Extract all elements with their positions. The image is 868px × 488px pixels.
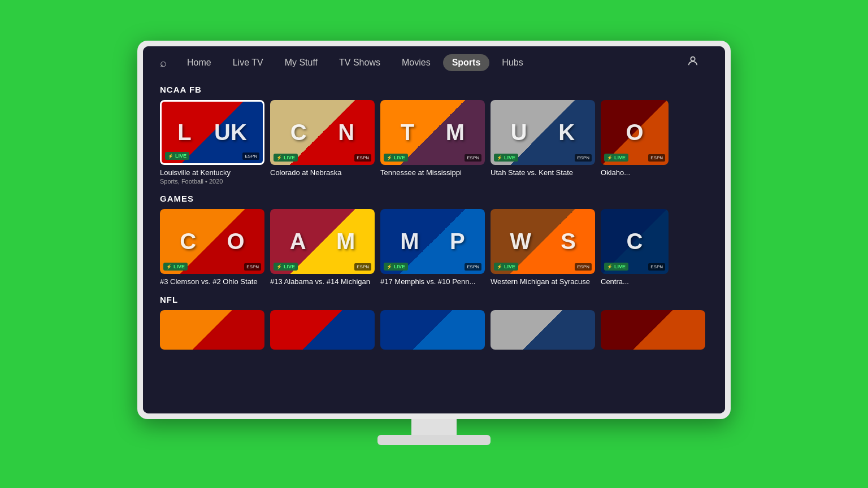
card-title: Tennessee at Mississippi: [380, 168, 485, 177]
card-title: Centra...: [601, 277, 669, 286]
tv-screen: ⌕ HomeLive TVMy StuffTV ShowsMoviesSport…: [143, 46, 725, 413]
live-badge: LIVE: [494, 154, 518, 162]
card-title: Western Michigan at Syracuse: [491, 277, 595, 286]
card-games-3[interactable]: WSLIVEESPNWestern Michigan at Syracuse: [491, 209, 595, 286]
section-ncaa-fb: NCAA FBLUKLIVEESPNLouisville at Kentucky…: [160, 85, 708, 185]
card-games-2[interactable]: MPLIVEESPN#17 Memphis vs. #10 Penn...: [380, 209, 485, 286]
nav-item-sports[interactable]: Sports: [443, 54, 490, 71]
card-title: Utah State vs. Kent State: [491, 168, 595, 177]
card-ncaa-fb-1[interactable]: CNLIVEESPNColorado at Nebraska: [270, 100, 375, 185]
live-badge: LIVE: [165, 152, 189, 160]
nav-item-hubs[interactable]: Hubs: [493, 54, 532, 71]
card-title: Colorado at Nebraska: [270, 168, 375, 177]
search-icon[interactable]: ⌕: [160, 56, 167, 69]
espn-badge: ESPN: [354, 263, 371, 271]
live-badge: LIVE: [384, 263, 408, 271]
live-badge: LIVE: [274, 154, 298, 162]
cards-row-nfl: [160, 310, 708, 350]
espn-badge: ESPN: [354, 154, 371, 162]
card-nfl-3[interactable]: [491, 310, 595, 350]
tv-frame: ⌕ HomeLive TVMy StuffTV ShowsMoviesSport…: [137, 41, 731, 419]
section-title-ncaa-fb: NCAA FB: [160, 85, 708, 94]
card-games-4[interactable]: CLIVEESPNCentra...: [601, 209, 669, 286]
card-nfl-4[interactable]: [601, 310, 705, 350]
nav-item-home[interactable]: Home: [178, 54, 220, 71]
espn-badge: ESPN: [244, 263, 261, 271]
card-title: Louisville at Kentucky: [160, 168, 264, 177]
nav-items: HomeLive TVMy StuffTV ShowsMoviesSportsH…: [178, 54, 687, 71]
live-badge: LIVE: [384, 154, 408, 162]
card-subtitle: Sports, Football • 2020: [160, 178, 264, 185]
card-ncaa-fb-2[interactable]: TMLIVEESPNTennessee at Mississippi: [380, 100, 485, 185]
nav-item-tv-shows[interactable]: TV Shows: [330, 54, 389, 71]
card-title: #17 Memphis vs. #10 Penn...: [380, 277, 485, 286]
cards-row-ncaa-fb: LUKLIVEESPNLouisville at KentuckySports,…: [160, 100, 708, 185]
card-nfl-0[interactable]: [160, 310, 264, 350]
live-badge: LIVE: [604, 263, 628, 271]
card-title: Oklaho...: [601, 168, 669, 177]
cards-row-games: COLIVEESPN#3 Clemson vs. #2 Ohio StateAM…: [160, 209, 708, 286]
live-badge: LIVE: [604, 154, 628, 162]
section-title-games: GAMES: [160, 194, 708, 203]
card-nfl-1[interactable]: [270, 310, 375, 350]
live-badge: LIVE: [494, 263, 518, 271]
espn-badge: ESPN: [465, 263, 481, 271]
nav-right: [687, 55, 708, 71]
tv-stand-neck: [411, 419, 457, 435]
content-area: NCAA FBLUKLIVEESPNLouisville at Kentucky…: [143, 79, 725, 413]
espn-badge: ESPN: [648, 154, 665, 162]
card-title: #3 Clemson vs. #2 Ohio State: [160, 277, 264, 286]
espn-badge: ESPN: [465, 154, 481, 162]
card-ncaa-fb-3[interactable]: UKLIVEESPNUtah State vs. Kent State: [491, 100, 595, 185]
nav-bar: ⌕ HomeLive TVMy StuffTV ShowsMoviesSport…: [143, 46, 725, 79]
section-games: GAMESCOLIVEESPN#3 Clemson vs. #2 Ohio St…: [160, 194, 708, 286]
espn-badge: ESPN: [575, 154, 592, 162]
card-games-0[interactable]: COLIVEESPN#3 Clemson vs. #2 Ohio State: [160, 209, 264, 286]
section-nfl: NFL: [160, 295, 708, 350]
card-ncaa-fb-4[interactable]: OLIVEESPNOklaho...: [601, 100, 669, 185]
profile-icon[interactable]: [687, 55, 699, 71]
card-title: #13 Alabama vs. #14 Michigan: [270, 277, 375, 286]
espn-badge: ESPN: [242, 152, 259, 160]
live-badge: LIVE: [163, 263, 188, 271]
card-ncaa-fb-0[interactable]: LUKLIVEESPNLouisville at KentuckySports,…: [160, 100, 264, 185]
svg-point-0: [691, 57, 695, 61]
tv-stand-base: [377, 435, 491, 445]
card-games-1[interactable]: AMLIVEESPN#13 Alabama vs. #14 Michigan: [270, 209, 375, 286]
card-nfl-2[interactable]: [380, 310, 485, 350]
section-title-nfl: NFL: [160, 295, 708, 304]
espn-badge: ESPN: [648, 263, 665, 271]
espn-badge: ESPN: [575, 263, 592, 271]
tv-outer: ⌕ HomeLive TVMy StuffTV ShowsMoviesSport…: [137, 41, 731, 447]
nav-item-movies[interactable]: Movies: [393, 54, 440, 71]
nav-item-my-stuff[interactable]: My Stuff: [276, 54, 327, 71]
live-badge: LIVE: [274, 263, 298, 271]
nav-item-live-tv[interactable]: Live TV: [224, 54, 272, 71]
